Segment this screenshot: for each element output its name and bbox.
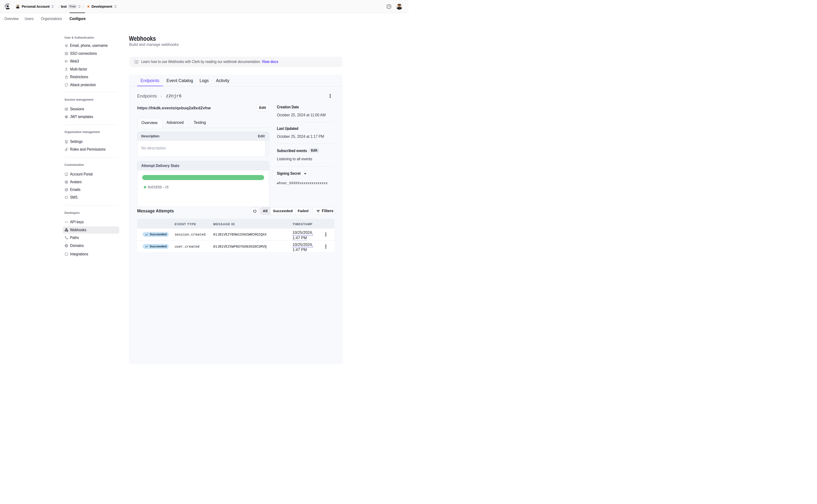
svg-text:?: ? (388, 5, 390, 8)
